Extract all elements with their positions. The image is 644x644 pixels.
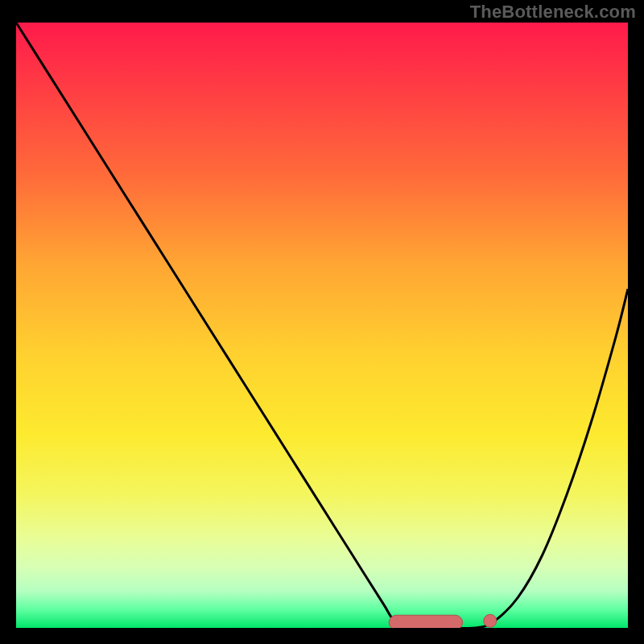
watermark-text: TheBottleneck.com	[470, 2, 636, 23]
curve-path	[16, 23, 628, 628]
chart-frame: TheBottleneck.com	[0, 0, 644, 644]
bottleneck-curve	[16, 23, 628, 628]
plot-area	[16, 23, 628, 628]
optimal-range-pill	[389, 615, 462, 628]
optimal-range-markers	[389, 614, 497, 628]
optimal-point-dot	[484, 614, 497, 627]
